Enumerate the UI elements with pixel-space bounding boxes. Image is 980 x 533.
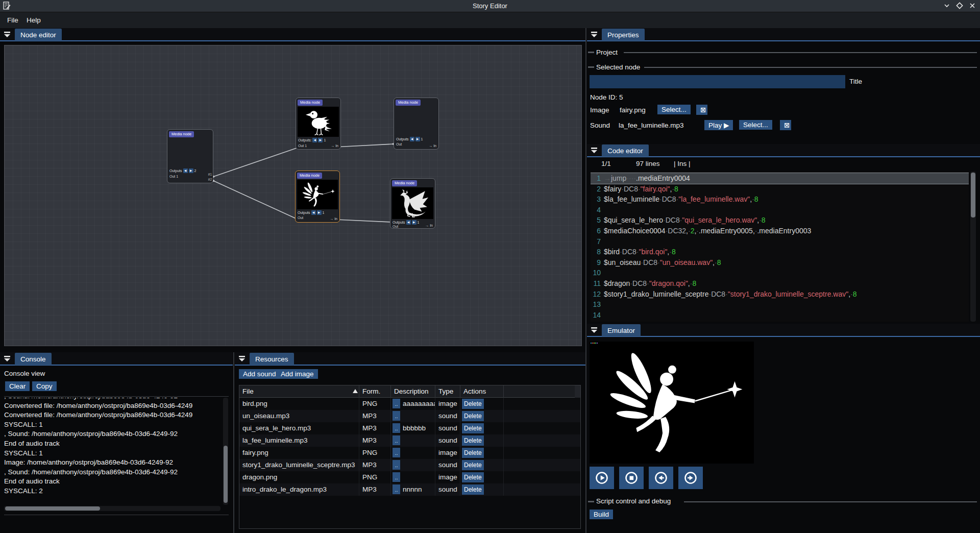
table-row[interactable]: fairy.png PNG .. image Delete [239, 447, 580, 459]
tab-node-editor[interactable]: Node editor [15, 29, 62, 41]
menu-help[interactable]: Help [23, 15, 44, 25]
node-in-port-label[interactable]: → In [429, 144, 436, 148]
console-copy-button[interactable]: Copy [32, 381, 57, 391]
node-in-port-label[interactable]: → In [425, 224, 433, 227]
code-line[interactable]: 4 [591, 205, 969, 215]
resources-table-header[interactable]: File Form. Description Type Actions [239, 385, 580, 398]
console-resources-splitter[interactable] [233, 352, 234, 533]
collapse-panel-icon[interactable] [3, 31, 12, 39]
node-editor-canvas[interactable]: Media node Outputs ◀ ▶ 2 Out 1 #1 #2 Med… [4, 45, 582, 346]
table-row[interactable]: bird.png PNG .. aaaaaaaaa image Delete [239, 398, 580, 410]
main-splitter[interactable] [585, 28, 586, 533]
emulator-step-forward-button[interactable] [678, 467, 703, 489]
delete-button[interactable]: Delete [462, 472, 484, 482]
table-row[interactable]: la_fee_luminelle.mp3 MP3 .. sound Delete [239, 434, 580, 447]
node-output-port-2[interactable]: #2 [208, 178, 212, 181]
code-line[interactable]: 5$qui_sera_le_hero·DC8·"qui_sera_le_hero… [591, 215, 969, 226]
column-header-format[interactable]: Form. [359, 385, 391, 398]
collapse-panel-icon[interactable] [590, 327, 599, 334]
media-node[interactable]: Media node Outputs ◀ ▶ 2 Out 1 #1 #2 [167, 129, 213, 183]
node-output-port-1[interactable]: #1 [208, 173, 212, 176]
media-node[interactable]: Media node Outputs ◀ ▶ 1 Out → In [394, 98, 439, 150]
maximize-button[interactable] [955, 2, 964, 11]
code-line[interactable]: 7 [591, 236, 969, 247]
outputs-increase-button[interactable]: ▶ [317, 210, 322, 215]
code-editor-area[interactable]: 1→jump····.mediaEntry0004 2$fairy·DC8·"f… [591, 172, 969, 322]
edit-description-button[interactable]: .. [393, 435, 400, 445]
edit-description-button[interactable]: .. [393, 460, 400, 470]
edit-description-button[interactable]: .. [393, 448, 400, 457]
table-row[interactable]: dragon.png PNG .. image Delete [239, 471, 580, 483]
column-header-type[interactable]: Type [435, 385, 460, 398]
minimize-button[interactable] [942, 2, 951, 11]
node-in-port-label[interactable]: → In [331, 144, 338, 148]
table-row[interactable]: un_oiseau.mp3 MP3 .. sound Delete [239, 410, 580, 422]
delete-button[interactable]: Delete [462, 484, 484, 495]
tab-code-editor[interactable]: Code editor [602, 144, 649, 157]
emulator-stop-button[interactable] [619, 467, 644, 489]
outputs-decrease-button[interactable]: ◀ [406, 220, 411, 225]
outputs-decrease-button[interactable]: ◀ [311, 210, 316, 215]
console-clear-button[interactable]: Clear [5, 381, 30, 391]
code-line[interactable]: 2$fairy·DC8·"fairy.qoi",·8 [591, 184, 969, 195]
code-vertical-scrollbar[interactable] [970, 172, 976, 322]
delete-button[interactable]: Delete [462, 423, 484, 433]
collapse-panel-icon[interactable] [590, 31, 599, 39]
media-node[interactable]: Media node Outputs: ◀ ▶ 1 Out 1 → In [296, 98, 341, 150]
menu-file[interactable]: File [4, 15, 21, 25]
node-out-port-label[interactable]: Out [396, 142, 402, 146]
build-button[interactable]: Build [590, 510, 613, 519]
close-button[interactable] [968, 2, 977, 11]
outputs-decrease-button[interactable]: ◀ [410, 137, 414, 141]
code-line[interactable]: 12$story1_drako_luminelle_sceptre·DC8·"s… [591, 289, 969, 300]
code-line[interactable]: 9$un_oiseau·DC8·"un_oiseau.wav",·8 [591, 257, 969, 268]
node-out-port-label[interactable]: Out [393, 225, 398, 228]
column-header-actions[interactable]: Actions [460, 385, 504, 398]
collapse-panel-icon[interactable] [3, 355, 12, 363]
collapse-panel-icon[interactable] [237, 355, 247, 363]
collapse-panel-icon[interactable] [590, 147, 599, 155]
console-vertical-scrollbar[interactable] [223, 398, 228, 505]
delete-button[interactable]: Delete [462, 435, 484, 446]
delete-button[interactable]: Delete [462, 460, 484, 470]
code-line[interactable]: 14 [591, 310, 969, 321]
console-horizontal-scrollbar[interactable] [4, 506, 220, 511]
tab-resources[interactable]: Resources [250, 353, 294, 365]
code-line[interactable]: 6$mediaChoice0004·DC32,·2,·.mediaEntry00… [591, 226, 969, 236]
media-node[interactable]: Media node Outputs ◀ ▶ 1 Out → In [390, 178, 435, 229]
table-row[interactable]: intro_drako_le_dragon.mp3 MP3 .. nnnnn s… [239, 483, 580, 496]
column-header-file[interactable]: File [239, 385, 359, 398]
edit-description-button[interactable]: .. [393, 399, 400, 408]
sound-select-button[interactable]: Select... [739, 120, 772, 130]
delete-button[interactable]: Delete [462, 448, 484, 458]
sound-clear-button[interactable]: ⊠ [780, 120, 791, 130]
add-image-button[interactable]: Add image [277, 369, 318, 379]
title-input[interactable] [590, 75, 845, 88]
code-line[interactable]: 8$bird·DC8·"bird.qoi",·8 [591, 247, 969, 257]
console-log[interactable]: , Sound: /home/anthony/ostproj/ba869e4b-… [4, 398, 223, 505]
emulator-step-back-button[interactable] [649, 467, 673, 489]
code-line[interactable]: 1→jump····.mediaEntry0004 [591, 173, 969, 184]
outputs-decrease-button[interactable]: ◀ [312, 138, 317, 142]
delete-button[interactable]: Delete [462, 411, 484, 421]
console-vertical-scrollbar-thumb[interactable] [224, 446, 228, 503]
code-vertical-scrollbar-thumb[interactable] [971, 173, 975, 217]
console-horizontal-scrollbar-thumb[interactable] [5, 506, 100, 511]
node-out-port-label[interactable]: Out [298, 216, 303, 220]
image-clear-button[interactable]: ⊠ [696, 105, 707, 115]
edit-description-button[interactable]: .. [393, 484, 400, 494]
node-in-port-label[interactable]: → In [330, 217, 337, 221]
outputs-increase-button[interactable]: ▶ [415, 137, 420, 141]
outputs-increase-button[interactable]: ▶ [318, 138, 323, 142]
code-line[interactable]: 13 [591, 299, 969, 310]
outputs-decrease-button[interactable]: ◀ [183, 168, 188, 173]
table-row[interactable]: qui_sera_le_hero.mp3 MP3 .. bbbbbb sound… [239, 422, 580, 434]
media-node-selected[interactable]: Media node Outputs ◀ ▶ 1 Out → In [295, 171, 340, 223]
outputs-increase-button[interactable]: ▶ [189, 168, 193, 173]
code-line[interactable]: 11$dragon·DC8·"dragon.qoi",·8 [591, 278, 969, 289]
code-line[interactable]: 15 Personal Text Transition [591, 320, 969, 322]
node-out-port-label[interactable]: Out 1 [298, 144, 307, 148]
tab-console[interactable]: Console [15, 353, 52, 365]
tab-emulator[interactable]: Emulator [602, 324, 641, 336]
tab-properties[interactable]: Properties [602, 29, 645, 41]
